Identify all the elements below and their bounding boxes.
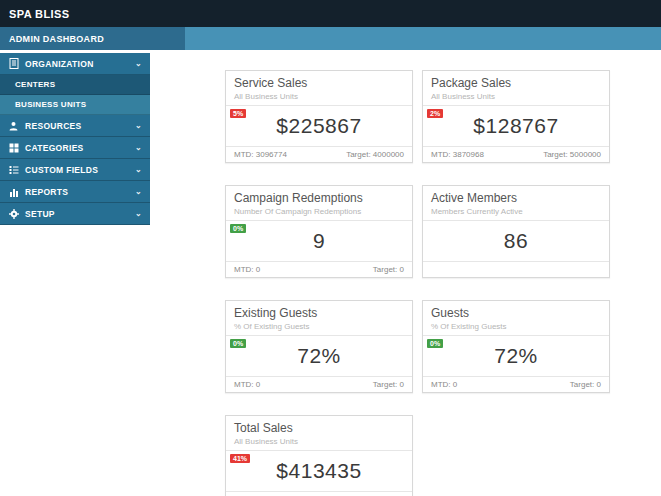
sidebar-item-organization[interactable]: ORGANIZATION ⌄ xyxy=(0,53,150,75)
card-target: Target: 0 xyxy=(373,265,404,274)
card-mtd: MTD: 3096774 xyxy=(234,150,287,159)
chevron-down-icon: ⌄ xyxy=(135,59,142,68)
trend-badge: 0% xyxy=(230,224,246,233)
sidebar-item-categories[interactable]: CATEGORIES ⌄ xyxy=(0,137,150,159)
card-title: Service Sales xyxy=(234,76,404,90)
list-icon xyxy=(8,164,19,175)
chevron-down-icon: ⌄ xyxy=(135,121,142,130)
card-value: $413435 xyxy=(276,459,361,483)
card-value: $128767 xyxy=(473,114,558,138)
header-band-fill xyxy=(185,27,661,50)
sidebar-item-setup[interactable]: SETUP ⌄ xyxy=(0,203,150,225)
card-title: Package Sales xyxy=(431,76,601,90)
card-title: Existing Guests xyxy=(234,306,404,320)
card-value: 72% xyxy=(494,344,538,368)
sidebar-item-label: CATEGORIES xyxy=(25,143,129,153)
kpi-card-service-sales: Service Sales All Business Units 5% $225… xyxy=(225,70,413,163)
sidebar-item-label: ORGANIZATION xyxy=(25,59,129,69)
card-value: 86 xyxy=(504,229,528,253)
kpi-card-campaign-redemptions: Campaign Redemptions Number Of Campaign … xyxy=(225,185,413,278)
card-mtd: MTD: 0 xyxy=(431,380,457,389)
header-band: ADMIN DASHBOARD xyxy=(0,27,661,50)
bar-chart-icon xyxy=(8,186,19,197)
card-subtitle: All Business Units xyxy=(234,437,404,446)
users-icon xyxy=(8,120,19,131)
card-title: Guests xyxy=(431,306,601,320)
trend-badge: 5% xyxy=(230,109,246,118)
card-mtd: MTD: 0 xyxy=(234,265,260,274)
chevron-down-icon: ⌄ xyxy=(135,165,142,174)
kpi-card-existing-guests: Existing Guests % Of Existing Guests 0% … xyxy=(225,300,413,393)
card-title: Campaign Redemptions xyxy=(234,191,404,205)
kpi-card-total-sales: Total Sales All Business Units 41% $4134… xyxy=(225,415,413,496)
card-value: $225867 xyxy=(276,114,361,138)
card-subtitle: All Business Units xyxy=(234,92,404,101)
card-mtd: MTD: 3870968 xyxy=(431,150,484,159)
card-mtd: MTD: 0 xyxy=(234,380,260,389)
card-subtitle: All Business Units xyxy=(431,92,601,101)
page-body: ORGANIZATION ⌄ CENTERS BUSINESS UNITS RE… xyxy=(0,50,661,496)
sidebar-item-label: SETUP xyxy=(25,209,129,219)
sidebar-item-label: RESOURCES xyxy=(25,121,129,131)
card-subtitle: Members Currently Active xyxy=(431,207,601,216)
chevron-down-icon: ⌄ xyxy=(135,143,142,152)
sidebar-item-resources[interactable]: RESOURCES ⌄ xyxy=(0,115,150,137)
card-target: Target: 4000000 xyxy=(346,150,404,159)
card-value: 72% xyxy=(297,344,341,368)
kpi-card-guests: Guests % Of Existing Guests 0% 72% MTD: … xyxy=(422,300,610,393)
chevron-down-icon: ⌄ xyxy=(135,187,142,196)
card-subtitle: Number Of Campaign Redemptions xyxy=(234,207,404,216)
kpi-card-package-sales: Package Sales All Business Units 2% $128… xyxy=(422,70,610,163)
card-subtitle: % Of Existing Guests xyxy=(431,322,601,331)
trend-badge: 41% xyxy=(230,454,250,463)
sidebar-item-label: REPORTS xyxy=(25,187,129,197)
card-target: Target: 0 xyxy=(570,380,601,389)
card-title: Total Sales xyxy=(234,421,404,435)
gear-icon xyxy=(8,208,19,219)
card-subtitle: % Of Existing Guests xyxy=(234,322,404,331)
chevron-down-icon: ⌄ xyxy=(135,209,142,218)
file-icon xyxy=(8,58,19,69)
sidebar-item-reports[interactable]: REPORTS ⌄ xyxy=(0,181,150,203)
card-target: Target: 0 xyxy=(373,380,404,389)
kpi-card-grid: Service Sales All Business Units 5% $225… xyxy=(225,50,661,496)
top-app-bar: SPA BLISS xyxy=(0,0,661,27)
trend-badge: 2% xyxy=(427,109,443,118)
trend-badge: 0% xyxy=(427,339,443,348)
kpi-card-active-members: Active Members Members Currently Active … xyxy=(422,185,610,278)
sidebar-item-custom-fields[interactable]: CUSTOM FIELDS ⌄ xyxy=(0,159,150,181)
card-target: Target: 5000000 xyxy=(543,150,601,159)
app-title: SPA BLISS xyxy=(9,8,69,20)
card-value: 9 xyxy=(313,229,325,253)
trend-badge: 0% xyxy=(230,339,246,348)
breadcrumb: ADMIN DASHBOARD xyxy=(0,27,185,50)
card-title: Active Members xyxy=(431,191,601,205)
sidebar-nav: ORGANIZATION ⌄ CENTERS BUSINESS UNITS RE… xyxy=(0,53,150,225)
grid-icon xyxy=(8,142,19,153)
sidebar-subitem-business-units[interactable]: BUSINESS UNITS xyxy=(0,95,150,115)
sidebar-subitem-centers[interactable]: CENTERS xyxy=(0,75,150,95)
sidebar-item-label: CUSTOM FIELDS xyxy=(25,165,129,175)
